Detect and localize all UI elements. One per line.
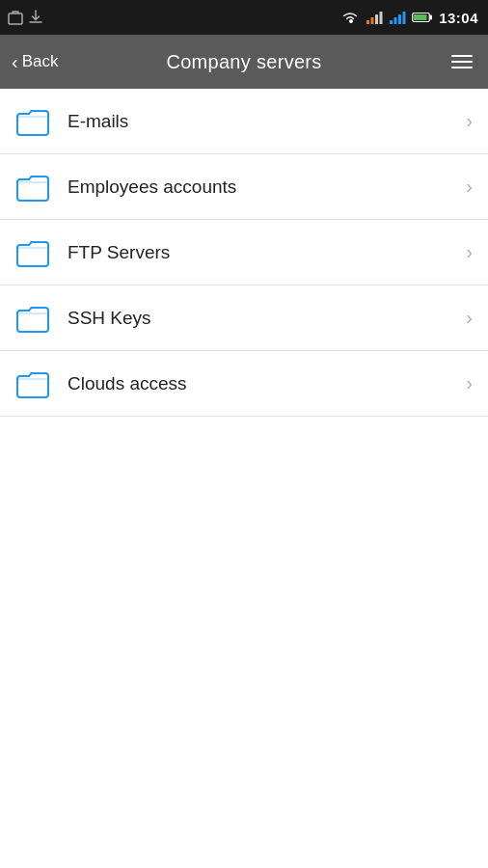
back-chevron-icon: ‹	[12, 52, 18, 71]
svg-rect-3	[375, 14, 378, 24]
chevron-right-icon: ›	[466, 307, 473, 329]
chevron-right-icon: ›	[466, 176, 473, 198]
list-item-label-clouds: Clouds access	[68, 373, 466, 394]
chevron-right-icon: ›	[466, 241, 473, 263]
hamburger-line-3	[451, 67, 473, 68]
chevron-right-icon: ›	[466, 110, 473, 132]
svg-rect-1	[366, 20, 369, 24]
list-item-label-emails: E-mails	[68, 111, 466, 132]
list-item-label-ftp: FTP Servers	[68, 242, 466, 263]
folder-icon	[15, 369, 50, 398]
download-icon	[29, 10, 42, 25]
back-button[interactable]: ‹ Back	[12, 52, 58, 71]
list-item-clouds-access[interactable]: Clouds access ›	[0, 351, 488, 417]
svg-rect-8	[403, 12, 406, 24]
folder-icon	[15, 107, 50, 136]
list-item-ssh-keys[interactable]: SSH Keys ›	[0, 285, 488, 351]
page-title: Company servers	[166, 51, 321, 73]
list-item-label-ssh: SSH Keys	[68, 308, 466, 329]
chevron-right-icon: ›	[466, 372, 473, 394]
list-item-ftp-servers[interactable]: FTP Servers ›	[0, 220, 488, 285]
status-bar-right: 13:04	[340, 10, 478, 26]
hamburger-line-2	[451, 61, 473, 63]
svg-rect-10	[430, 15, 433, 20]
back-label: Back	[22, 52, 59, 71]
signal-icon-2	[389, 11, 406, 24]
svg-rect-0	[9, 14, 22, 24]
wifi-icon	[340, 11, 360, 24]
menu-button[interactable]	[447, 51, 476, 72]
list-item-emails[interactable]: E-mails ›	[0, 89, 488, 154]
svg-rect-5	[390, 20, 393, 24]
folder-icon	[15, 238, 50, 267]
battery-icon	[412, 12, 433, 23]
clock: 13:04	[439, 10, 478, 26]
screenshot-icon	[8, 10, 23, 25]
list-item-employees-accounts[interactable]: Employees accounts ›	[0, 154, 488, 220]
svg-rect-2	[371, 17, 374, 24]
list-item-label-employees: Employees accounts	[68, 176, 466, 198]
toolbar: ‹ Back Company servers	[0, 35, 488, 89]
svg-rect-7	[398, 14, 401, 24]
svg-rect-6	[394, 17, 397, 24]
svg-rect-11	[414, 14, 427, 20]
folder-icon	[15, 304, 50, 333]
folder-list: E-mails › Employees accounts › FTP Serve…	[0, 89, 488, 417]
folder-icon	[15, 173, 50, 202]
hamburger-line-1	[451, 55, 473, 57]
signal-icon-1	[366, 11, 383, 24]
status-bar: 13:04	[0, 0, 488, 35]
svg-rect-4	[380, 12, 383, 24]
status-bar-left	[8, 10, 42, 25]
